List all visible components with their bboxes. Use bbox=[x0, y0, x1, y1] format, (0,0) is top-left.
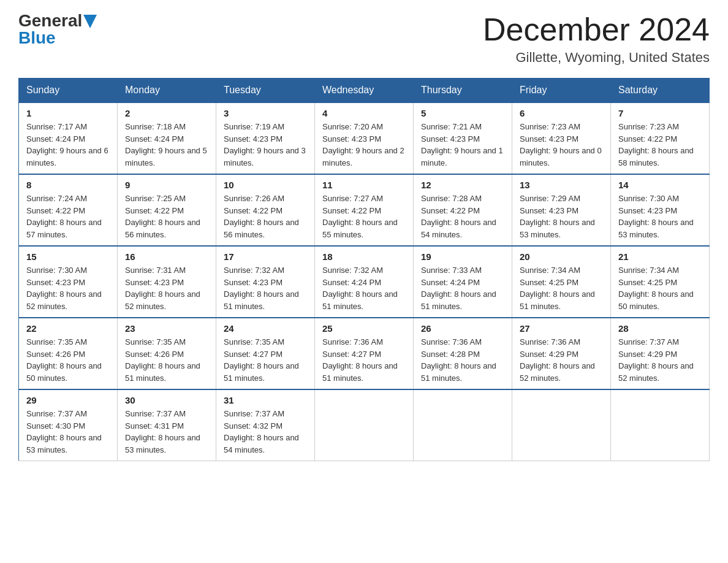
calendar-cell: 20 Sunrise: 7:34 AM Sunset: 4:25 PM Dayl… bbox=[512, 246, 611, 318]
calendar-table: Sunday Monday Tuesday Wednesday Thursday… bbox=[18, 78, 710, 461]
day-info: Sunrise: 7:36 AM Sunset: 4:29 PM Dayligh… bbox=[520, 336, 603, 384]
week-row-5: 29 Sunrise: 7:37 AM Sunset: 4:30 PM Dayl… bbox=[19, 389, 710, 461]
day-number: 23 bbox=[125, 323, 208, 334]
logo-blue-text: Blue bbox=[18, 28, 56, 47]
day-info: Sunrise: 7:36 AM Sunset: 4:27 PM Dayligh… bbox=[322, 336, 406, 384]
day-info: Sunrise: 7:26 AM Sunset: 4:22 PM Dayligh… bbox=[224, 193, 307, 240]
calendar-cell: 17 Sunrise: 7:32 AM Sunset: 4:23 PM Dayl… bbox=[216, 246, 315, 318]
week-row-3: 15 Sunrise: 7:30 AM Sunset: 4:23 PM Dayl… bbox=[19, 246, 710, 318]
day-info: Sunrise: 7:37 AM Sunset: 4:30 PM Dayligh… bbox=[26, 408, 110, 456]
title-area: December 2024 Gillette, Wyoming, United … bbox=[483, 12, 710, 66]
day-number: 7 bbox=[618, 108, 702, 118]
day-number: 19 bbox=[421, 251, 504, 262]
day-info: Sunrise: 7:37 AM Sunset: 4:29 PM Dayligh… bbox=[618, 336, 702, 384]
day-number: 30 bbox=[125, 395, 208, 405]
logo-general-text: General bbox=[18, 12, 82, 29]
day-info: Sunrise: 7:23 AM Sunset: 4:22 PM Dayligh… bbox=[618, 121, 702, 169]
day-number: 17 bbox=[224, 251, 307, 262]
day-info: Sunrise: 7:28 AM Sunset: 4:22 PM Dayligh… bbox=[421, 193, 504, 240]
day-info: Sunrise: 7:37 AM Sunset: 4:32 PM Dayligh… bbox=[224, 408, 307, 456]
header-friday: Friday bbox=[512, 79, 611, 103]
day-info: Sunrise: 7:36 AM Sunset: 4:28 PM Dayligh… bbox=[421, 336, 504, 384]
calendar-cell: 21 Sunrise: 7:34 AM Sunset: 4:25 PM Dayl… bbox=[611, 246, 710, 318]
day-number: 25 bbox=[322, 323, 406, 334]
day-number: 8 bbox=[26, 180, 110, 190]
day-number: 14 bbox=[618, 180, 702, 190]
day-info: Sunrise: 7:21 AM Sunset: 4:23 PM Dayligh… bbox=[421, 121, 504, 169]
day-number: 28 bbox=[618, 323, 702, 334]
calendar-cell: 7 Sunrise: 7:23 AM Sunset: 4:22 PM Dayli… bbox=[611, 102, 710, 174]
calendar-cell: 18 Sunrise: 7:32 AM Sunset: 4:24 PM Dayl… bbox=[315, 246, 414, 318]
day-info: Sunrise: 7:35 AM Sunset: 4:27 PM Dayligh… bbox=[224, 336, 307, 384]
header-tuesday: Tuesday bbox=[216, 79, 315, 103]
day-info: Sunrise: 7:29 AM Sunset: 4:23 PM Dayligh… bbox=[520, 193, 603, 240]
day-info: Sunrise: 7:17 AM Sunset: 4:24 PM Dayligh… bbox=[26, 121, 110, 169]
day-number: 6 bbox=[520, 108, 603, 118]
day-info: Sunrise: 7:30 AM Sunset: 4:23 PM Dayligh… bbox=[618, 193, 702, 240]
day-info: Sunrise: 7:27 AM Sunset: 4:22 PM Dayligh… bbox=[322, 193, 406, 240]
day-info: Sunrise: 7:35 AM Sunset: 4:26 PM Dayligh… bbox=[26, 336, 110, 384]
day-number: 18 bbox=[322, 251, 406, 262]
calendar-cell: 19 Sunrise: 7:33 AM Sunset: 4:24 PM Dayl… bbox=[414, 246, 512, 318]
calendar-cell: 31 Sunrise: 7:37 AM Sunset: 4:32 PM Dayl… bbox=[216, 389, 315, 461]
day-info: Sunrise: 7:35 AM Sunset: 4:26 PM Dayligh… bbox=[125, 336, 208, 384]
day-number: 11 bbox=[322, 180, 406, 190]
week-row-1: 1 Sunrise: 7:17 AM Sunset: 4:24 PM Dayli… bbox=[19, 102, 710, 174]
day-number: 5 bbox=[421, 108, 504, 118]
day-info: Sunrise: 7:33 AM Sunset: 4:24 PM Dayligh… bbox=[421, 264, 504, 312]
calendar-cell: 24 Sunrise: 7:35 AM Sunset: 4:27 PM Dayl… bbox=[216, 318, 315, 389]
page-header: General Blue December 2024 Gillette, Wyo… bbox=[18, 12, 710, 66]
calendar-cell: 22 Sunrise: 7:35 AM Sunset: 4:26 PM Dayl… bbox=[19, 318, 118, 389]
calendar-cell bbox=[414, 389, 512, 461]
calendar-cell: 9 Sunrise: 7:25 AM Sunset: 4:22 PM Dayli… bbox=[118, 174, 216, 246]
week-row-4: 22 Sunrise: 7:35 AM Sunset: 4:26 PM Dayl… bbox=[19, 318, 710, 389]
header-monday: Monday bbox=[118, 79, 216, 103]
calendar-cell: 14 Sunrise: 7:30 AM Sunset: 4:23 PM Dayl… bbox=[611, 174, 710, 246]
day-number: 12 bbox=[421, 180, 504, 190]
calendar-cell: 27 Sunrise: 7:36 AM Sunset: 4:29 PM Dayl… bbox=[512, 318, 611, 389]
day-info: Sunrise: 7:34 AM Sunset: 4:25 PM Dayligh… bbox=[618, 264, 702, 312]
calendar-cell: 25 Sunrise: 7:36 AM Sunset: 4:27 PM Dayl… bbox=[315, 318, 414, 389]
day-info: Sunrise: 7:25 AM Sunset: 4:22 PM Dayligh… bbox=[125, 193, 208, 240]
day-number: 16 bbox=[125, 251, 208, 262]
day-info: Sunrise: 7:20 AM Sunset: 4:23 PM Dayligh… bbox=[322, 121, 406, 169]
day-info: Sunrise: 7:18 AM Sunset: 4:24 PM Dayligh… bbox=[125, 121, 208, 169]
day-info: Sunrise: 7:32 AM Sunset: 4:23 PM Dayligh… bbox=[224, 264, 307, 312]
calendar-cell: 1 Sunrise: 7:17 AM Sunset: 4:24 PM Dayli… bbox=[19, 102, 118, 174]
day-number: 24 bbox=[224, 323, 307, 334]
calendar-cell: 10 Sunrise: 7:26 AM Sunset: 4:22 PM Dayl… bbox=[216, 174, 315, 246]
day-info: Sunrise: 7:19 AM Sunset: 4:23 PM Dayligh… bbox=[224, 121, 307, 169]
day-info: Sunrise: 7:23 AM Sunset: 4:23 PM Dayligh… bbox=[520, 121, 603, 169]
day-number: 4 bbox=[322, 108, 406, 118]
day-number: 10 bbox=[224, 180, 307, 190]
calendar-cell: 6 Sunrise: 7:23 AM Sunset: 4:23 PM Dayli… bbox=[512, 102, 611, 174]
day-number: 31 bbox=[224, 395, 307, 405]
day-info: Sunrise: 7:37 AM Sunset: 4:31 PM Dayligh… bbox=[125, 408, 208, 456]
day-number: 2 bbox=[125, 108, 208, 118]
calendar-cell: 30 Sunrise: 7:37 AM Sunset: 4:31 PM Dayl… bbox=[118, 389, 216, 461]
week-row-2: 8 Sunrise: 7:24 AM Sunset: 4:22 PM Dayli… bbox=[19, 174, 710, 246]
calendar-cell bbox=[315, 389, 414, 461]
calendar-cell: 23 Sunrise: 7:35 AM Sunset: 4:26 PM Dayl… bbox=[118, 318, 216, 389]
day-number: 9 bbox=[125, 180, 208, 190]
calendar-cell: 15 Sunrise: 7:30 AM Sunset: 4:23 PM Dayl… bbox=[19, 246, 118, 318]
day-number: 3 bbox=[224, 108, 307, 118]
day-number: 29 bbox=[26, 395, 110, 405]
calendar-cell: 29 Sunrise: 7:37 AM Sunset: 4:30 PM Dayl… bbox=[19, 389, 118, 461]
header-thursday: Thursday bbox=[414, 79, 512, 103]
calendar-cell: 13 Sunrise: 7:29 AM Sunset: 4:23 PM Dayl… bbox=[512, 174, 611, 246]
calendar-subtitle: Gillette, Wyoming, United States bbox=[483, 50, 710, 66]
calendar-cell bbox=[611, 389, 710, 461]
day-number: 15 bbox=[26, 251, 110, 262]
header-wednesday: Wednesday bbox=[315, 79, 414, 103]
day-info: Sunrise: 7:32 AM Sunset: 4:24 PM Dayligh… bbox=[322, 264, 406, 312]
day-number: 1 bbox=[26, 108, 110, 118]
calendar-cell: 8 Sunrise: 7:24 AM Sunset: 4:22 PM Dayli… bbox=[19, 174, 118, 246]
calendar-cell: 28 Sunrise: 7:37 AM Sunset: 4:29 PM Dayl… bbox=[611, 318, 710, 389]
calendar-title: December 2024 bbox=[483, 12, 710, 47]
calendar-cell: 11 Sunrise: 7:27 AM Sunset: 4:22 PM Dayl… bbox=[315, 174, 414, 246]
day-info: Sunrise: 7:31 AM Sunset: 4:23 PM Dayligh… bbox=[125, 264, 208, 312]
day-info: Sunrise: 7:30 AM Sunset: 4:23 PM Dayligh… bbox=[26, 264, 110, 312]
calendar-cell: 16 Sunrise: 7:31 AM Sunset: 4:23 PM Dayl… bbox=[118, 246, 216, 318]
day-header-row: Sunday Monday Tuesday Wednesday Thursday… bbox=[19, 79, 710, 103]
